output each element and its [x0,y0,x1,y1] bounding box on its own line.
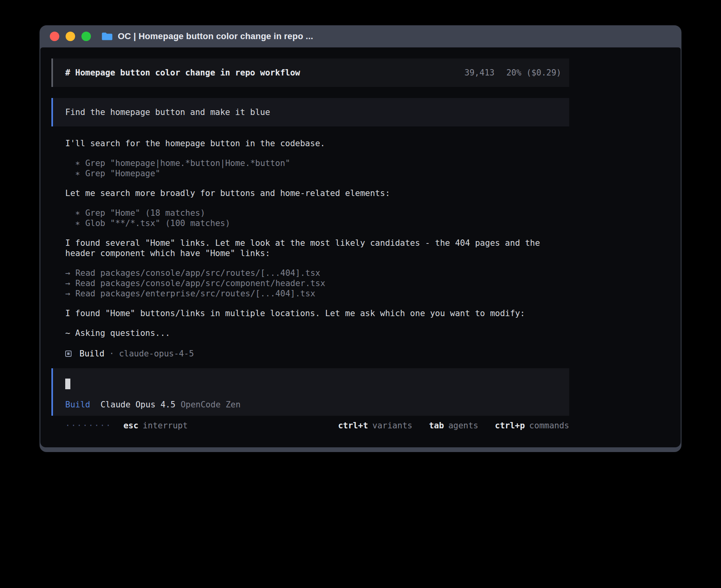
tool-call-group: ∗Grep "homepage|home.*button|Home.*butto… [51,158,569,179]
assistant-paragraph: Let me search more broadly for buttons a… [51,188,569,198]
input-provider: OpenCode Zen [181,400,241,410]
tool-call-line: ∗Grep "homepage|home.*button|Home.*butto… [51,158,569,168]
read-tool-line: →Read packages/enterprise/src/routes/[..… [51,288,569,299]
status-right: ctrl+t variants tab agents ctrl+p comman… [321,420,569,431]
terminal-screen: # Homepage button color change in repo w… [40,47,681,447]
read-tool-text: Read packages/console/app/src/routes/[..… [75,268,321,278]
asterisk-icon: ∗ [75,219,80,228]
hint-label: variants [372,420,412,431]
input-model: Claude Opus 4.5 [100,400,176,410]
read-tool-group: →Read packages/console/app/src/routes/[.… [51,268,569,299]
token-count: 39,413 [464,68,495,77]
agent-model: claude-opus-4-5 [119,349,194,359]
session-content: # Homepage button color change in repo w… [51,47,569,431]
tool-call-text: Glob "**/*.tsx" (100 matches) [85,219,230,228]
tool-call-group: ∗Grep "Home" (18 matches) ∗Glob "**/*.ts… [51,208,569,228]
hint-label: interrupt [143,420,188,431]
read-tool-text: Read packages/console/app/src/component/… [75,279,325,288]
arrow-right-icon: → [65,268,70,278]
session-header: # Homepage button color change in repo w… [51,58,569,87]
tool-call-line: ∗Glob "**/*.tsx" (100 matches) [51,218,569,228]
titlebar: OC | Homepage button color change in rep… [40,25,681,47]
terminal-window: OC | Homepage button color change in rep… [40,25,681,452]
assistant-paragraph: I found "Home" buttons/links in multiple… [51,308,569,318]
folder-icon [101,32,113,41]
tool-call-line: ∗Grep "Homepage" [51,168,569,179]
input-meta: Build Claude Opus 4.5 OpenCode Zen [65,400,557,410]
separator-dot: · [109,349,114,359]
read-tool-line: →Read packages/console/app/src/routes/[.… [51,268,569,278]
minimize-button[interactable] [66,32,75,41]
session-title: # Homepage button color change in repo w… [65,68,300,78]
hint-agents: tab agents [429,420,478,431]
status-left: ········ esc interrupt [65,420,188,431]
user-message-text: Find the homepage button and make it blu… [65,107,270,117]
hint-variants: ctrl+t variants [338,420,412,431]
arrow-right-icon: → [65,279,70,288]
traffic-lights [50,32,91,41]
status-bar: ········ esc interrupt ctrl+t variants t… [51,420,569,431]
hint-key: ctrl+t [338,420,368,431]
tool-call-text: Grep "Home" (18 matches) [85,208,205,218]
hint-key: esc [123,420,138,431]
zoom-button[interactable] [81,32,91,41]
hint-key: ctrl+p [495,420,525,431]
hint-label: agents [448,420,478,431]
close-button[interactable] [50,32,59,41]
text-cursor [65,379,70,389]
spinner-dots-icon: ········ [65,420,111,431]
agent-name: Build [79,349,104,359]
assistant-paragraph: I'll search for the homepage button in t… [51,138,569,149]
hint-label: commands [529,420,569,431]
agent-row: Build · claude-opus-4-5 [51,349,569,359]
tool-call-line: ∗Grep "Home" (18 matches) [51,208,569,218]
hint-key: tab [429,420,444,431]
asterisk-icon: ∗ [75,208,80,218]
assistant-paragraph: I found several "Home" links. Let me loo… [51,238,569,258]
hint-interrupt: esc interrupt [123,420,188,431]
tool-call-text: Grep "homepage|home.*button|Home.*button… [85,158,290,168]
session-stats: 39,41320% ($0.29) [464,68,561,78]
prompt-input[interactable]: Build Claude Opus 4.5 OpenCode Zen [51,368,569,416]
read-tool-text: Read packages/enterprise/src/routes/[...… [75,289,315,298]
arrow-right-icon: → [65,289,70,298]
tool-call-text: Grep "Homepage" [85,169,160,178]
square-dot-icon [65,351,72,357]
asterisk-icon: ∗ [75,169,80,178]
context-usage: 20% ($0.29) [506,68,561,77]
user-message: Find the homepage button and make it blu… [51,98,569,126]
window-title: OC | Homepage button color change in rep… [118,31,313,41]
working-status: ~ Asking questions... [51,328,569,338]
read-tool-line: →Read packages/console/app/src/component… [51,278,569,288]
asterisk-icon: ∗ [75,158,80,168]
input-mode: Build [65,400,90,410]
hint-commands: ctrl+p commands [495,420,569,431]
